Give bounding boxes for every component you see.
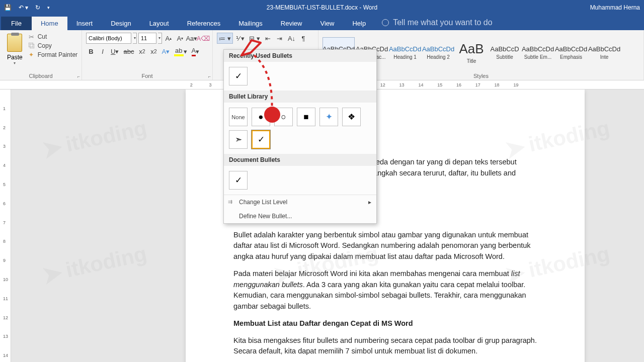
bullet-option-check-selected[interactable]: ✓ [252, 130, 270, 149]
copy-button[interactable]: Copy [29, 42, 77, 50]
clipboard-label: Clipboard [4, 72, 77, 79]
tab-view[interactable]: View [311, 17, 343, 30]
style-item-inte[interactable]: AaBbCcDdInte [588, 37, 620, 67]
bullet-option-4diamond[interactable]: ✦ [319, 108, 338, 126]
bullet-option-check[interactable]: ✓ [229, 67, 248, 85]
font-label: Font [86, 72, 208, 79]
style-item-title[interactable]: AaBTitle [455, 37, 488, 67]
strikethrough-button[interactable]: abc [122, 46, 135, 57]
doc-paragraph: Kita bisa mengakses fitur bullets and nu… [233, 335, 537, 357]
show-hide-button[interactable]: ¶ [298, 33, 308, 44]
decrease-indent-button[interactable]: ⇤ [263, 33, 273, 44]
lightbulb-icon [382, 19, 389, 26]
tab-references[interactable]: References [178, 17, 229, 30]
change-case-button[interactable]: Aa▾ [187, 33, 197, 44]
font-size-dropdown[interactable]: ▾ [158, 33, 162, 44]
title-bar: 💾 ↶ ▾ ↻ ▾ 23-MEMBUAT-LIST-BULLET.docx - … [0, 0, 644, 15]
subscript-button[interactable]: x2 [137, 46, 147, 57]
cut-icon [29, 33, 36, 40]
tab-mailings[interactable]: Mailings [229, 17, 272, 30]
bold-button[interactable]: B [86, 46, 96, 57]
highlight-button[interactable]: ab▾ [173, 46, 188, 57]
doc-heading: Membuat List atau Daftar dengan Cepat di… [233, 318, 537, 329]
sort-button[interactable]: A↓ [286, 33, 297, 44]
paste-icon [7, 34, 22, 52]
bullets-button[interactable]: ≔ ▾ [217, 33, 233, 44]
italic-button[interactable]: I [98, 46, 108, 57]
qat-customize-icon[interactable]: ▾ [47, 5, 50, 10]
save-icon[interactable]: 💾 [4, 4, 12, 11]
tab-layout[interactable]: Layout [140, 17, 178, 30]
paste-button[interactable]: Paste ▾ [4, 33, 26, 72]
bullet-option-disc[interactable]: ● [252, 108, 270, 126]
tab-insert[interactable]: Insert [67, 17, 102, 30]
bullet-option-arrow[interactable]: ➣ [229, 130, 248, 149]
ruler-vertical[interactable]: 1234567891011121314 [0, 89, 11, 362]
font-name-input[interactable] [86, 33, 131, 44]
text-effects-button[interactable]: A▾ [160, 46, 171, 57]
clipboard-dialog-launcher[interactable]: ⌐ [77, 74, 80, 79]
style-item-subtitle[interactable]: AaBbCcDSubtitle [489, 37, 521, 67]
bullets-dropdown: Recently Used Bullets ✓ Bullet Library N… [223, 49, 377, 224]
submenu-arrow-icon: ▸ [368, 199, 371, 206]
bullet-library-label: Bullet Library [224, 90, 376, 103]
underline-button[interactable]: U ▾ [109, 46, 120, 57]
bullet-option-square[interactable]: ■ [297, 108, 315, 126]
font-group: ▾ ▾ A▴ A▾ Aa▾ A⌫ B I U ▾ abc x2 x2 A▾ ab… [82, 30, 213, 80]
format-painter-button[interactable]: Format Painter [29, 51, 77, 59]
recent-bullets-label: Recently Used Bullets [224, 50, 376, 62]
change-list-level-menu[interactable]: ⇉ Change List Level ▸ [224, 195, 376, 209]
increase-indent-button[interactable]: ⇥ [275, 33, 285, 44]
font-name-dropdown[interactable]: ▾ [133, 33, 137, 44]
tab-help[interactable]: Help [343, 17, 375, 30]
copy-icon [29, 42, 36, 49]
redo-icon[interactable]: ↻ [35, 4, 40, 11]
user-name: Muhammad Herna [590, 4, 640, 11]
undo-icon[interactable]: ↶ ▾ [19, 4, 28, 11]
style-item-heading-2[interactable]: AaBbCcDdHeading 2 [422, 37, 454, 67]
ribbon-tabs: File Home Insert Design Layout Reference… [0, 15, 644, 30]
clipboard-group: Paste ▾ Cut Copy Format Painter Clipboar… [0, 30, 82, 80]
painter-icon [29, 51, 36, 58]
style-item-emphasis[interactable]: AaBbCcDdEmphasis [555, 37, 587, 67]
clear-formatting-button[interactable]: A⌫ [198, 33, 208, 44]
doc-paragraph: Pada materi belajar Microsoft Word ini k… [233, 268, 537, 312]
tell-me-search[interactable]: Tell me what you want to do [375, 15, 499, 30]
bullet-option-none[interactable]: None [229, 108, 248, 126]
doc-paragraph: Bullet adalah karakter yang berbentuk si… [233, 230, 537, 262]
grow-font-button[interactable]: A▴ [164, 33, 174, 44]
style-item-subtle-em---[interactable]: AaBbCcDdSubtle Em... [522, 37, 554, 67]
define-new-bullet-menu[interactable]: Define New Bullet... [224, 209, 376, 223]
style-item-heading-1[interactable]: AaBbCcDdHeading 1 [389, 37, 421, 67]
superscript-button[interactable]: x2 [148, 46, 158, 57]
tab-design[interactable]: Design [102, 17, 140, 30]
bullet-option-doc-check[interactable]: ✓ [229, 171, 248, 190]
cut-button[interactable]: Cut [29, 33, 77, 41]
tab-home[interactable]: Home [32, 17, 67, 30]
shrink-font-button[interactable]: A▾ [175, 33, 185, 44]
bullet-option-diamonds[interactable]: ❖ [342, 108, 361, 126]
tab-file[interactable]: File [1, 17, 32, 30]
font-color-button[interactable]: A▾ [190, 46, 201, 57]
list-level-icon: ⇉ [228, 199, 232, 205]
multilevel-button[interactable]: ⊟ ▾ [248, 33, 262, 44]
numbering-button[interactable]: ⅟ ▾ [234, 33, 247, 44]
document-title: 23-MEMBUAT-LIST-BULLET.docx - Word [267, 4, 377, 11]
document-bullets-label: Document Bullets [224, 154, 376, 166]
font-dialog-launcher[interactable]: ⌐ [208, 74, 211, 79]
tab-review[interactable]: Review [272, 17, 311, 30]
font-size-input[interactable] [138, 33, 156, 44]
bullet-option-circle[interactable]: ○ [274, 108, 293, 126]
